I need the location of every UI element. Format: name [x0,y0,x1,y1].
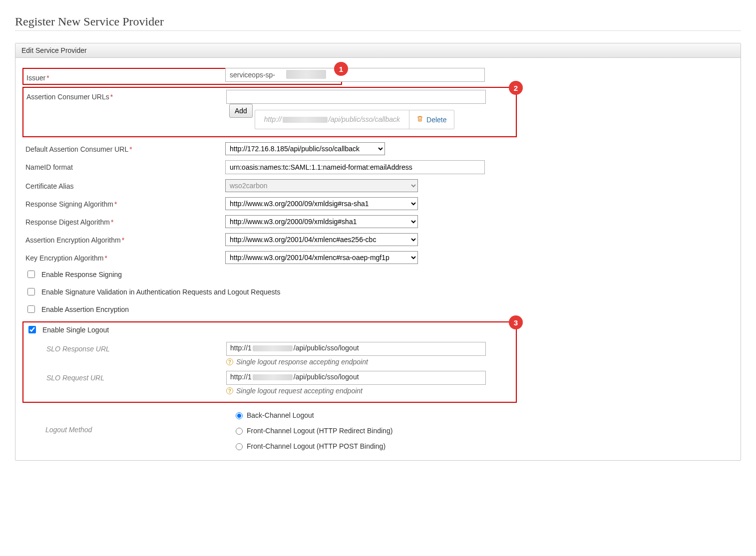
acs-entry: http://xx/api/public/sso/callback Delete [255,110,454,129]
title-rule [15,30,741,31]
badge-2: 2 [509,81,523,95]
acs-label: Assertion Consumer URLs* [26,90,226,101]
acs-delete-button[interactable]: Delete [409,110,453,129]
logout-front-redirect-radio[interactable] [236,428,243,435]
trash-icon [416,115,423,124]
logout-method-label: Logout Method [25,408,225,434]
help-icon: ? [226,387,233,394]
cb-label: Enable Signature Validation in Authentic… [41,288,280,296]
badge-3: 3 [509,315,523,329]
slo-response-hint: Single logout response accepting endpoin… [236,358,368,366]
assert-enc-alg-select[interactable]: http://www.w3.org/2001/04/xmlenc#aes256-… [225,233,418,246]
key-enc-alg-select[interactable]: http://www.w3.org/2001/04/xmlenc#rsa-oae… [225,251,418,264]
nameid-input[interactable] [225,160,485,174]
highlight-2: 2 Assertion Consumer URLs* Add http://xx… [22,87,517,137]
slo-response-url-input[interactable] [226,342,486,356]
slo-request-hint: Single logout request accepting endpoint [236,387,363,395]
logout-back-channel-radio[interactable] [236,412,243,419]
resp-sign-alg-label: Response Signing Algorithm* [25,197,225,208]
acs-add-button[interactable]: Add [229,104,253,118]
radio-label: Front-Channel Logout (HTTP Redirect Bind… [247,427,392,435]
logout-front-post-radio[interactable] [236,443,243,450]
nameid-label: NameID format [25,160,225,171]
enable-response-signing-checkbox[interactable] [27,271,35,278]
cb-label: Enable Response Signing [41,271,122,278]
resp-digest-alg-label: Response Digest Algorithm* [25,215,225,226]
slo-response-url-label: SLO Response URL [26,342,226,353]
cb-label: Enable Assertion Encryption [41,305,129,313]
panel-header: Edit Service Provider [15,43,741,58]
radio-label: Back-Channel Logout [247,411,314,419]
slo-request-url-label: SLO Request URL [26,371,226,382]
default-acs-label: Default Assertion Consumer URL* [25,142,225,153]
sp-panel: Edit Service Provider 1 Issuer* x xxxx [15,43,741,461]
blur-box-issuer: xxxx [286,70,326,79]
resp-sign-alg-select[interactable]: http://www.w3.org/2000/09/xmldsig#rsa-sh… [225,197,418,210]
default-acs-select[interactable]: http://172.16.8.185/api/public/sso/callb… [225,142,385,155]
assert-enc-alg-label: Assertion Encryption Algorithm* [25,233,225,244]
cert-alias-label: Certificate Alias [25,179,225,190]
logout-method-radios: Back-Channel Logout Front-Channel Logout… [225,408,485,450]
badge-1: 1 [334,62,348,76]
cb-label: Enable Single Logout [42,326,109,334]
resp-digest-alg-select[interactable]: http://www.w3.org/2000/09/xmldsig#sha1 [225,215,418,228]
acs-input[interactable] [226,90,486,104]
acs-entry-url: http://xx/api/public/sso/callback [255,110,409,129]
enable-assertion-encryption-checkbox[interactable] [27,305,35,313]
issuer-input[interactable] [225,68,485,82]
slo-request-url-input[interactable] [226,371,486,385]
cert-alias-select[interactable]: wso2carbon [225,179,418,192]
key-enc-alg-label: Key Encryption Algorithm* [25,251,225,262]
help-icon: ? [226,358,233,365]
panel-body: 1 Issuer* x xxxx 2 Asse [15,58,741,460]
page-title: Register New Service Provider [15,15,741,28]
radio-label: Front-Channel Logout (HTTP POST Binding) [247,442,385,450]
highlight-3: 3 Enable Single Logout SLO Response URL … [22,321,517,403]
enable-single-logout-checkbox[interactable] [28,326,36,333]
enable-sig-validation-checkbox[interactable] [27,288,35,295]
